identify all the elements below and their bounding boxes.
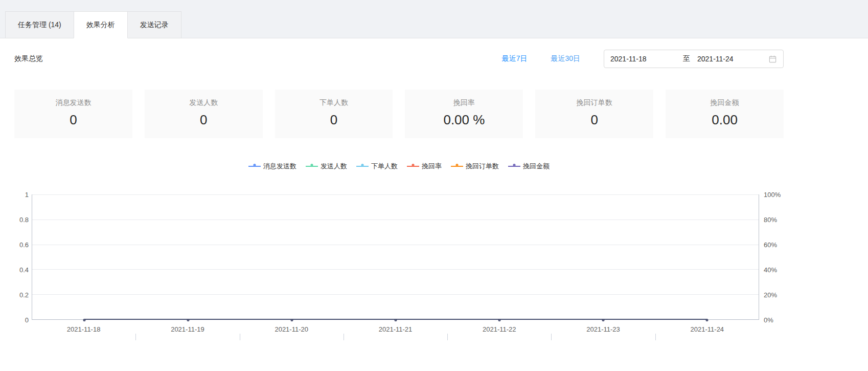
stat-value: 0 bbox=[145, 112, 263, 128]
header: 任务管理 (14)效果分析发送记录 bbox=[0, 0, 868, 38]
tab-bar: 任务管理 (14)效果分析发送记录 bbox=[5, 11, 181, 38]
stat-value: 0 bbox=[535, 112, 653, 128]
x-axis-label: 2021-11-21 bbox=[379, 325, 413, 333]
legend-marker-icon bbox=[407, 166, 419, 167]
legend-marker-icon bbox=[451, 166, 463, 167]
legend-marker-icon bbox=[248, 166, 261, 167]
legend-marker-icon bbox=[508, 166, 520, 167]
stat-card: 消息发送数0 bbox=[14, 90, 132, 138]
axis-tick bbox=[447, 334, 448, 340]
y-axis-label-right: 80% bbox=[764, 216, 777, 224]
legend-label: 消息发送数 bbox=[263, 162, 296, 171]
range-7d-link[interactable]: 最近7日 bbox=[502, 54, 528, 63]
legend-label: 发送人数 bbox=[321, 162, 347, 171]
legend-marker-icon bbox=[306, 166, 318, 167]
axis-tick bbox=[655, 334, 656, 340]
date-range-picker[interactable]: 2021-11-18 至 2021-11-24 bbox=[604, 50, 784, 68]
grid-line bbox=[32, 220, 759, 220]
chart-legend: 消息发送数发送人数下单人数挽回率挽回订单数挽回金额 bbox=[14, 162, 784, 171]
calendar-icon[interactable] bbox=[769, 55, 777, 63]
range-30d-link[interactable]: 最近30日 bbox=[551, 54, 580, 63]
grid-line bbox=[32, 269, 759, 270]
y-axis-label-left: 0.6 bbox=[14, 241, 29, 249]
legend-marker-icon bbox=[356, 166, 369, 167]
y-axis-label-left: 1 bbox=[14, 191, 29, 199]
page-title: 效果总览 bbox=[14, 54, 43, 63]
data-point-marker bbox=[83, 319, 85, 321]
stat-label: 挽回率 bbox=[405, 98, 523, 107]
y-axis-left: 10.80.60.40.20 bbox=[14, 194, 29, 320]
overview-controls: 最近7日 最近30日 2021-11-18 至 2021-11-24 bbox=[502, 50, 784, 68]
x-axis-label: 2021-11-19 bbox=[171, 325, 204, 333]
stat-label: 挽回金额 bbox=[666, 98, 784, 107]
stat-label: 挽回订单数 bbox=[535, 98, 653, 107]
stat-card: 挽回订单数0 bbox=[535, 90, 653, 138]
x-axis-label: 2021-11-20 bbox=[275, 325, 308, 333]
bottom-cutoff-strip bbox=[32, 334, 759, 341]
date-start-value[interactable]: 2021-11-18 bbox=[610, 55, 682, 63]
stat-card: 发送人数0 bbox=[145, 90, 263, 138]
y-axis-label-left: 0.2 bbox=[14, 291, 29, 299]
stat-label: 消息发送数 bbox=[14, 98, 132, 107]
y-axis-label-right: 40% bbox=[764, 266, 777, 274]
tab-2[interactable]: 发送记录 bbox=[127, 11, 181, 38]
grid-line bbox=[32, 194, 759, 195]
y-axis-label-right: 20% bbox=[764, 291, 777, 299]
tab-0[interactable]: 任务管理 (14) bbox=[5, 11, 74, 38]
y-axis-label-left: 0 bbox=[14, 316, 29, 324]
grid-line bbox=[32, 294, 759, 295]
legend-label: 挽回金额 bbox=[523, 162, 550, 171]
y-axis-label-right: 60% bbox=[764, 241, 777, 249]
legend-label: 挽回率 bbox=[422, 162, 442, 171]
stat-value: 0 bbox=[14, 112, 132, 128]
stat-card: 下单人数0 bbox=[275, 90, 393, 138]
y-axis-label-right: 0% bbox=[764, 316, 773, 324]
axis-tick bbox=[135, 334, 136, 340]
legend-label: 下单人数 bbox=[371, 162, 398, 171]
legend-item[interactable]: 挽回订单数 bbox=[451, 162, 499, 171]
chart: 10.80.60.40.20 100%80%60%40%20%0% 2021-1… bbox=[14, 194, 784, 343]
legend-label: 挽回订单数 bbox=[466, 162, 499, 171]
x-axis-label: 2021-11-18 bbox=[67, 325, 101, 333]
content: 效果总览 最近7日 最近30日 2021-11-18 至 2021-11-24 … bbox=[14, 50, 784, 343]
overview-row: 效果总览 最近7日 最近30日 2021-11-18 至 2021-11-24 bbox=[14, 50, 784, 68]
tab-1[interactable]: 效果分析 bbox=[74, 11, 128, 38]
legend-item[interactable]: 发送人数 bbox=[306, 162, 347, 171]
axis-tick bbox=[344, 334, 344, 340]
axis-tick bbox=[551, 334, 552, 340]
date-end-value[interactable]: 2021-11-24 bbox=[691, 55, 769, 63]
legend-item[interactable]: 挽回金额 bbox=[508, 162, 550, 171]
data-point-marker bbox=[290, 319, 293, 321]
plot-area bbox=[32, 194, 759, 320]
y-axis-label-left: 0.8 bbox=[14, 216, 29, 224]
stat-label: 下单人数 bbox=[275, 98, 393, 107]
y-axis-right: 100%80%60%40%20%0% bbox=[760, 194, 784, 320]
legend-item[interactable]: 消息发送数 bbox=[248, 162, 296, 171]
y-axis-label-left: 0.4 bbox=[14, 266, 29, 274]
legend-item[interactable]: 下单人数 bbox=[356, 162, 398, 171]
legend-item[interactable]: 挽回率 bbox=[407, 162, 442, 171]
x-axis-label: 2021-11-24 bbox=[691, 325, 724, 333]
stat-value: 0.00 % bbox=[405, 112, 523, 128]
data-point-marker bbox=[187, 319, 189, 321]
data-point-marker bbox=[602, 319, 604, 321]
y-axis-label-right: 100% bbox=[764, 191, 781, 199]
data-point-marker bbox=[498, 319, 500, 321]
stat-card: 挽回率0.00 % bbox=[405, 90, 523, 138]
data-point-marker bbox=[394, 319, 397, 321]
date-separator: 至 bbox=[683, 54, 690, 63]
stat-card: 挽回金额0.00 bbox=[666, 90, 784, 138]
x-axis-label: 2021-11-23 bbox=[586, 325, 620, 333]
stat-value: 0.00 bbox=[666, 112, 784, 128]
grid-line bbox=[32, 245, 759, 245]
axis-tick bbox=[240, 334, 240, 340]
stat-label: 发送人数 bbox=[145, 98, 263, 107]
x-axis-label: 2021-11-22 bbox=[483, 325, 516, 333]
stat-cards: 消息发送数0发送人数0下单人数0挽回率0.00 %挽回订单数0挽回金额0.00 bbox=[14, 90, 784, 138]
data-point-marker bbox=[705, 319, 708, 321]
stat-value: 0 bbox=[275, 112, 393, 128]
